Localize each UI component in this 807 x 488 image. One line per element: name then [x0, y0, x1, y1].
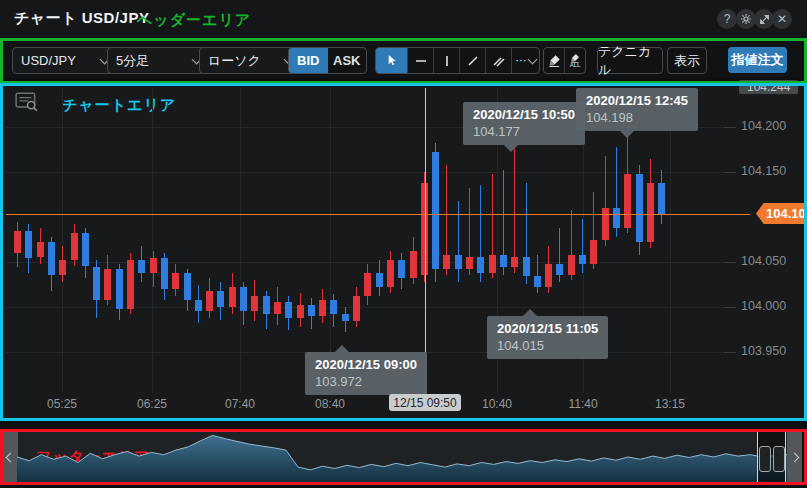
candle — [172, 273, 179, 289]
candle — [455, 255, 462, 269]
candle — [319, 300, 326, 316]
tooltip-0900: 2020/12/15 09:00 103.972 — [305, 352, 427, 395]
more-tools-button[interactable]: ⋯ — [512, 48, 539, 73]
candle — [161, 258, 168, 290]
candle — [432, 152, 439, 269]
candle — [59, 260, 66, 275]
popout-button[interactable] — [754, 9, 774, 29]
tooltip-price: 104.198 — [586, 110, 688, 125]
selection-right-edge — [785, 432, 786, 482]
candle — [647, 183, 654, 242]
candle — [195, 300, 202, 312]
parallel-lines-icon — [492, 54, 506, 68]
candle — [37, 242, 44, 257]
candle — [251, 296, 258, 310]
candle — [534, 276, 541, 287]
eraser-button[interactable] — [544, 48, 565, 73]
range-handle-right[interactable] — [773, 446, 785, 472]
selection-left-edge — [757, 432, 758, 482]
candle — [93, 267, 100, 300]
range-handle-left[interactable] — [759, 446, 771, 472]
minimap-area-chart[interactable] — [17, 432, 787, 482]
candle — [342, 314, 349, 321]
settings-button[interactable] — [736, 9, 756, 29]
timeframe-select[interactable]: 5分足 — [107, 47, 209, 74]
tooltip-datetime: 2020/12/15 12:45 — [586, 93, 688, 108]
candle — [500, 255, 507, 268]
cursor-tool-button[interactable] — [376, 48, 408, 73]
candle — [477, 257, 484, 273]
candle — [353, 296, 360, 321]
close-button[interactable]: ✕ — [772, 9, 792, 29]
expand-icon — [758, 13, 771, 26]
high-price-badge: 104.244 — [739, 80, 798, 94]
candle — [14, 231, 21, 254]
gear-icon — [739, 12, 753, 26]
limit-order-button[interactable]: 指値注文 — [728, 47, 787, 73]
help-button[interactable]: ? — [717, 9, 737, 29]
chevron-down-icon — [527, 54, 537, 64]
time-tick-label: 05:25 — [34, 397, 90, 411]
price-tick — [724, 172, 736, 173]
chart-type-select[interactable]: ローソク — [199, 47, 301, 74]
candle — [443, 255, 450, 269]
trend-line-icon — [466, 54, 480, 68]
candle — [82, 233, 89, 266]
pair-select-value: USD/JPY — [21, 53, 76, 68]
candle-wick — [514, 148, 515, 273]
technical-button[interactable]: テクニカル — [597, 47, 663, 74]
price-tick — [724, 127, 736, 128]
candle — [150, 258, 157, 273]
candle — [466, 257, 473, 270]
price-tick — [724, 262, 736, 263]
candle — [398, 260, 405, 278]
tooltip-price: 103.972 — [315, 374, 417, 389]
help-icon: ? — [724, 12, 731, 26]
tooltip-1050: 2020/12/15 10:50 104.177 — [463, 102, 585, 145]
candle — [387, 260, 394, 287]
price-tick-label: 104.000 — [741, 299, 786, 313]
candle — [602, 208, 609, 240]
candle — [545, 264, 552, 287]
candle — [511, 257, 518, 268]
gridline-vertical — [240, 88, 241, 393]
tooltip-price: 104.177 — [473, 124, 575, 139]
gridline-vertical — [670, 88, 671, 393]
price-tick-label: 104.150 — [741, 164, 786, 178]
time-tick-label: 13:15 — [642, 397, 698, 411]
scroll-left-button[interactable] — [3, 432, 18, 482]
erase-all-label: ALL — [570, 63, 581, 68]
candle — [274, 302, 281, 315]
vline-tool-button[interactable] — [434, 48, 460, 73]
scroll-right-button[interactable] — [787, 432, 802, 482]
bid-ask-toggle: BID ASK — [288, 47, 367, 74]
candle — [206, 291, 213, 312]
current-price-line — [6, 214, 750, 215]
candle — [308, 305, 315, 316]
candle — [624, 174, 631, 228]
candle — [138, 260, 145, 273]
candle — [330, 300, 337, 314]
candle — [116, 269, 123, 309]
display-button[interactable]: 表示 — [667, 47, 707, 74]
erase-all-button[interactable]: ALL — [565, 48, 585, 73]
current-price-tag: 104.103 — [756, 203, 807, 224]
parallel-lines-tool-button[interactable] — [486, 48, 512, 73]
pair-select[interactable]: USD/JPY — [12, 47, 117, 74]
candle — [71, 233, 78, 260]
candle — [364, 273, 371, 296]
ask-button[interactable]: ASK — [328, 48, 367, 73]
trendline-tool-button[interactable] — [460, 48, 486, 73]
candle — [636, 174, 643, 242]
candle — [127, 260, 134, 309]
data-window-icon[interactable] — [15, 92, 39, 112]
candle — [240, 287, 247, 310]
window-title: チャート USD/JPY — [14, 9, 149, 28]
candle — [263, 296, 270, 314]
candle-wick — [582, 219, 583, 273]
bid-button[interactable]: BID — [289, 48, 328, 73]
time-tick-label: 06:25 — [124, 397, 180, 411]
candle — [556, 264, 563, 275]
candle — [568, 255, 575, 275]
hline-tool-button[interactable] — [408, 48, 434, 73]
